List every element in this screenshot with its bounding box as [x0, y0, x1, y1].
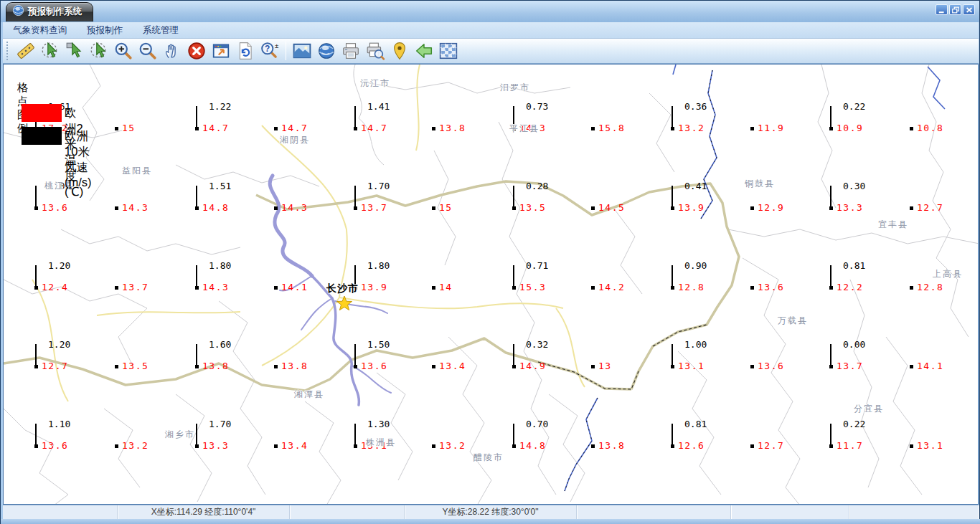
print-icon: [341, 42, 360, 60]
refresh-page-button[interactable]: [233, 40, 258, 62]
zoom-out-icon: [138, 42, 157, 60]
place-label: 醴陵市: [473, 452, 504, 464]
title-tab: 预报制作系统: [6, 2, 93, 22]
refresh-page-icon: [236, 42, 255, 60]
status-panel-empty: [731, 505, 849, 519]
status-panel-empty: [849, 505, 979, 519]
print-button[interactable]: [339, 40, 363, 62]
legend-label-wind: 欧洲10米风速(m/s): [65, 128, 92, 189]
menu-bar: 气象资料查询预报制作系统管理: [3, 22, 979, 39]
place-label: 上高县: [933, 268, 963, 280]
back-arrow-button[interactable]: [412, 40, 436, 62]
status-x-coordinate: X坐标:114.29 经度:110°0'4": [118, 505, 290, 519]
menu-item-1[interactable]: 预报制作: [77, 22, 133, 39]
print-preview-button[interactable]: [363, 40, 387, 62]
pan-hand-icon: [163, 42, 182, 60]
legend-swatch-wind: [22, 127, 62, 145]
zoom-in-button[interactable]: [111, 40, 136, 62]
place-label: 分宜县: [854, 403, 884, 415]
zoom-out-button[interactable]: [136, 40, 160, 62]
svg-text:±: ±: [275, 42, 279, 49]
status-panel-empty: [290, 505, 405, 519]
select-arrow-button[interactable]: [62, 40, 87, 62]
status-panel-empty: [3, 505, 118, 519]
globe-logo-icon: [12, 4, 24, 19]
place-label: 湘潭县: [294, 389, 324, 401]
place-label: 益阳县: [122, 165, 152, 177]
window-title: 预报制作系统: [28, 6, 82, 18]
export-window-icon: [212, 42, 230, 60]
place-labels-layer: 沅江市汨罗市平江县湘阴县益阳县桃江县铜鼓县宜丰县上高县万载县湘潭县湘乡市株洲县醴…: [4, 65, 978, 504]
legend-swatch-temperature: [22, 104, 62, 122]
stop-button[interactable]: [184, 40, 209, 62]
place-label: 万载县: [778, 315, 808, 327]
title-bar: 预报制作系统: [1, 1, 979, 22]
status-y-coordinate: Y坐标:28.22 纬度:30°0'0": [405, 505, 577, 519]
menu-item-0[interactable]: 气象资料查询: [3, 22, 77, 39]
print-preview-icon: [366, 42, 385, 60]
window-bottom-frame: [1, 519, 980, 524]
toolbar-separator: [286, 42, 286, 60]
grid-map-button[interactable]: [436, 40, 461, 62]
city-label-changsha: 长沙市: [326, 282, 359, 295]
stop-icon: [187, 42, 206, 60]
globe-button[interactable]: [314, 40, 339, 62]
status-bar: X坐标:114.29 经度:110°0'4" Y坐标:28.22 纬度:30°0…: [3, 505, 979, 519]
globe-icon: [317, 42, 336, 60]
placemark-icon: [390, 42, 409, 60]
export-window-button[interactable]: [209, 40, 233, 62]
app-window: 预报制作系统 气象资料查询预报制作系统管理 ?±: [0, 0, 980, 524]
select-circle-button[interactable]: [87, 40, 111, 62]
status-panel-empty: [577, 505, 731, 519]
zoom-in-icon: [114, 42, 133, 60]
svg-text:?: ?: [265, 44, 270, 54]
restore-button[interactable]: [949, 4, 961, 15]
measure-ruler-button[interactable]: [14, 40, 38, 62]
select-feature-icon: [41, 42, 60, 60]
menu-item-2[interactable]: 系统管理: [133, 22, 189, 39]
minimize-button[interactable]: [936, 4, 948, 15]
measure-ruler-icon: [17, 42, 35, 60]
place-label: 宜丰县: [878, 219, 908, 231]
main-toolbar: ?±: [3, 39, 979, 64]
map-viewport[interactable]: 1.6117.2151.2214.714.71.4114.713.80.7314…: [3, 64, 979, 505]
image-icon: [293, 42, 311, 60]
city-star-icon: [336, 295, 353, 314]
place-label: 株洲县: [366, 437, 396, 449]
place-label: 铜鼓县: [745, 178, 775, 190]
image-button[interactable]: [290, 40, 314, 62]
close-button[interactable]: [963, 4, 975, 15]
place-label: 平江县: [509, 123, 540, 135]
help-zoom-button[interactable]: ?±: [258, 40, 282, 62]
toolbar-grip-handle[interactable]: [6, 42, 10, 60]
pan-hand-button[interactable]: [160, 40, 184, 62]
grid-map-icon: [439, 42, 458, 60]
select-feature-button[interactable]: [38, 40, 62, 62]
place-label: 沅江市: [360, 77, 390, 90]
window-controls: [936, 4, 975, 15]
place-label: 汨罗市: [500, 82, 530, 94]
back-arrow-icon: [415, 42, 433, 60]
placemark-button[interactable]: [387, 40, 412, 62]
help-zoom-icon: ?±: [260, 42, 279, 60]
select-arrow-icon: [65, 42, 84, 60]
place-label: 湘阴县: [280, 134, 310, 146]
select-circle-icon: [90, 42, 108, 60]
place-label: 湘乡市: [165, 429, 195, 441]
